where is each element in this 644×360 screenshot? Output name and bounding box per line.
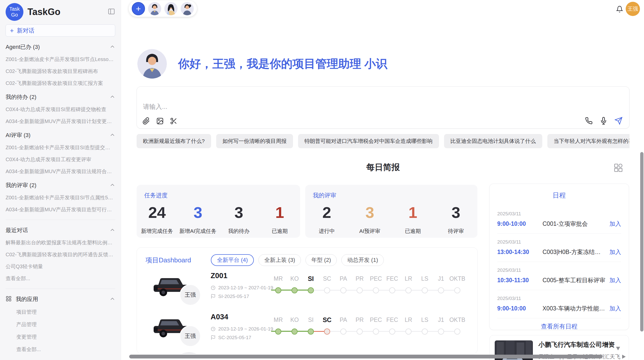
microphone-icon[interactable] bbox=[600, 117, 607, 125]
milestone-label: PEC bbox=[368, 315, 384, 325]
milestone-label: PEC bbox=[368, 274, 384, 284]
dashboard-tab[interactable]: 年型 (2) bbox=[305, 254, 337, 266]
apps-grid-icon bbox=[6, 296, 12, 303]
sidebar-item[interactable]: 解释最新出台的欧盟报废车法规再生塑料比例被调至15%... bbox=[6, 239, 115, 246]
greeting-text: 你好，王强，我是你的项目管理助理 小识 bbox=[178, 56, 387, 71]
milestone-dot bbox=[389, 328, 395, 335]
sidebar-app-item[interactable]: 变更管理 bbox=[16, 334, 115, 340]
sidebar-item[interactable]: C02-飞腾新能源轻客改款项目的闭环通告反馈情况 bbox=[6, 251, 115, 258]
suggestion-chip[interactable]: 当下年轻人对汽车外观有怎样的喜好趋势 bbox=[547, 134, 630, 148]
milestone-label: PR bbox=[352, 274, 368, 284]
project-name: Z001 bbox=[211, 272, 273, 280]
dashboard-tab[interactable]: 全新平台 (4) bbox=[211, 254, 254, 266]
chevron-up-icon[interactable] bbox=[110, 94, 115, 100]
chat-input[interactable] bbox=[143, 102, 499, 114]
horizontal-scrollbar[interactable] bbox=[129, 355, 602, 358]
sidebar-item[interactable]: C02-飞腾新能源轻客改款项目里程碑画布 bbox=[6, 68, 115, 75]
project-dates-label: 2023-12-19 ~ 2027-01-19 bbox=[218, 285, 273, 291]
scroll-right-arrow-icon[interactable] bbox=[622, 355, 626, 359]
section-header[interactable]: 我的评审 (2) bbox=[6, 182, 115, 189]
session-avatar-1[interactable] bbox=[148, 2, 161, 15]
scissors-icon[interactable] bbox=[170, 117, 178, 125]
section-header[interactable]: Agent已办 (3) bbox=[6, 43, 115, 51]
view-all-link[interactable]: 查看全部... bbox=[16, 346, 115, 353]
section-header[interactable]: 最近对话 bbox=[6, 227, 115, 234]
sidebar-collapse-icon[interactable] bbox=[108, 8, 115, 16]
sidebar-app-item[interactable]: 项目管理 bbox=[16, 309, 115, 316]
new-chat-label: 新对话 bbox=[17, 27, 34, 35]
schedule-time: 13:00-14:30 bbox=[497, 249, 543, 256]
milestone-dot bbox=[373, 328, 379, 335]
sidebar-item[interactable]: Z001-全新燃油皮卡产品开发项目SI节点Lesson Learn报告 bbox=[6, 56, 115, 63]
section-title: 我的应用 bbox=[16, 295, 106, 303]
project-row[interactable]: 王强A0342023-12-19 ~ 2026-01-19SC-2025-05-… bbox=[137, 311, 477, 352]
milestone-label: PR bbox=[352, 315, 368, 325]
milestone-dot bbox=[405, 287, 412, 293]
scroll-down-arrow-icon[interactable] bbox=[616, 347, 620, 350]
sidebar-item[interactable]: C0X4-动力总成开发项目SI里程碑提交物检查 bbox=[6, 106, 115, 113]
chevron-up-icon[interactable] bbox=[110, 44, 115, 50]
sidebar-item[interactable]: Z001-全新燃油轻卡产品开发项目SI造型提交物评审 bbox=[6, 144, 115, 151]
send-icon[interactable] bbox=[614, 117, 623, 125]
sidebar-item[interactable]: A034-全新新能源MUV产品开发项目法规符合性评审 bbox=[6, 168, 115, 175]
section-header[interactable]: 我的待办 (2) bbox=[6, 93, 115, 101]
section-header[interactable]: AI评审 (3) bbox=[6, 131, 115, 139]
milestone-label: MR bbox=[270, 274, 286, 284]
add-session-button[interactable]: + bbox=[132, 2, 145, 15]
apps-section: 我的应用项目管理产品管理变更管理查看全部... bbox=[6, 295, 115, 353]
stat-value: 3 bbox=[434, 205, 477, 220]
suggestion-chip[interactable]: 欧洲新规最近颁布了什么? bbox=[137, 134, 211, 148]
join-link[interactable]: 加入 bbox=[609, 305, 621, 312]
notification-bell-icon[interactable] bbox=[616, 6, 623, 14]
join-link[interactable]: 加入 bbox=[609, 276, 621, 284]
project-flag-label: SC-2025-05-17 bbox=[218, 335, 251, 340]
suggestion-chip[interactable]: 如何写一份清晰的项目周报 bbox=[216, 134, 293, 148]
milestone-dot bbox=[308, 287, 314, 293]
view-all-link[interactable]: 查看全部... bbox=[6, 275, 115, 282]
chevron-up-icon[interactable] bbox=[110, 228, 115, 233]
suggestion-chip[interactable]: 比亚迪全固态电池计划具体说了什么 bbox=[444, 134, 542, 148]
image-icon[interactable] bbox=[156, 117, 164, 125]
session-avatar-2[interactable] bbox=[164, 2, 178, 15]
sidebar-item[interactable]: C02-飞腾新能源轻客改款项目立项汇报方案 bbox=[6, 80, 115, 87]
sidebar-item[interactable]: A034-全新新能源MUV产品开发项目计划变更表编写 bbox=[6, 118, 115, 125]
chevron-up-icon[interactable] bbox=[110, 296, 115, 302]
sidebar-item[interactable]: 公司Q3轻卡销量 bbox=[6, 263, 115, 270]
session-avatar-3[interactable] bbox=[181, 2, 194, 15]
dashboard-tab[interactable]: 全新上装 (3) bbox=[258, 254, 301, 266]
sidebar-item[interactable]: C0X4-动力总成开发项目工程变更评审 bbox=[6, 156, 115, 163]
stat-card-reviews: 我的评审 2进行中3AI预评审1已逾期3待评审 bbox=[305, 185, 477, 238]
suggestion-chip[interactable]: 特朗普可能对进口汽车增税会对中国车企造成哪些影响 bbox=[298, 134, 439, 148]
join-link[interactable]: 加入 bbox=[609, 220, 621, 228]
milestone-dot bbox=[324, 328, 330, 335]
chevron-up-icon[interactable] bbox=[110, 183, 115, 188]
schedule-event-title: C005-整车工程目标评审 bbox=[543, 276, 606, 284]
schedule-item: 2025/03/1110:30-11:30C005-整车工程目标评审加入 bbox=[497, 262, 621, 290]
chevron-up-icon[interactable] bbox=[110, 132, 115, 138]
project-info: Z0012023-12-19 ~ 2027-01-19SI-2025-05-17 bbox=[211, 272, 273, 299]
milestone-label: SC bbox=[319, 315, 335, 325]
layout-grid-icon[interactable] bbox=[613, 163, 623, 174]
vertical-scrollbar[interactable] bbox=[640, 152, 643, 332]
view-all-schedule-link[interactable]: 查看所有日程 bbox=[490, 322, 629, 331]
dashboard-tab[interactable]: 动总开发 (1) bbox=[341, 254, 384, 266]
join-link[interactable]: 加入 bbox=[609, 248, 621, 256]
stat: 1已逾期 bbox=[259, 205, 300, 235]
dashboard-header: 项目Dashboard 全新平台 (4)全新上装 (3)年型 (2)动总开发 (… bbox=[137, 248, 477, 266]
project-row[interactable]: 王强Z0012023-12-19 ~ 2027-01-19SI-2025-05-… bbox=[137, 270, 477, 311]
phone-icon[interactable] bbox=[585, 117, 593, 125]
sidebar-item[interactable]: A034-全新新能源MUV产品开发项目造型可行性评审 bbox=[6, 206, 115, 213]
sidebar-item[interactable]: Z001-全新燃油轻卡产品开发项目SI节点属性5D文件评审 bbox=[6, 194, 115, 201]
stat: 3新增AI完成任务 bbox=[178, 205, 218, 235]
new-chat-button[interactable]: + 新对话 bbox=[6, 24, 115, 37]
paperclip-icon[interactable] bbox=[142, 117, 150, 125]
sidebar: Task Go TaskGo + 新对话 Agent已办 (3)Z001-全新燃… bbox=[0, 0, 121, 360]
stat-value: 2 bbox=[305, 205, 348, 220]
user-avatar[interactable]: 王强 bbox=[626, 2, 640, 16]
milestone-label: PA bbox=[335, 315, 352, 325]
milestone-dot bbox=[422, 328, 428, 335]
milestone-dot bbox=[454, 328, 460, 335]
section-header[interactable]: 我的应用 bbox=[6, 295, 115, 303]
sidebar-app-item[interactable]: 产品管理 bbox=[16, 321, 115, 328]
owner-badge: 王强 bbox=[180, 284, 201, 306]
